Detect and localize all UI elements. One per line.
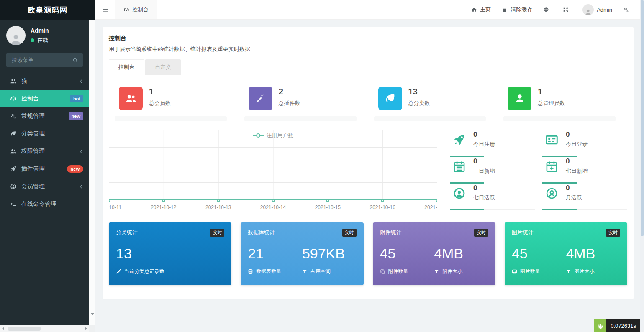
stats-row: 1 总会员数 2 总插件数 [109, 83, 627, 124]
chart-data-point [162, 199, 165, 202]
summary-primary-value: 45 [512, 245, 566, 262]
panel-tab[interactable]: 自定义 [145, 59, 181, 75]
chevron-left-icon [78, 79, 83, 84]
panel-tab[interactable]: 控制台 [109, 59, 144, 75]
menu-search-box [6, 53, 83, 67]
sidebar-item[interactable]: 会员管理 [0, 178, 89, 195]
realtime-badge: 实时 [606, 229, 620, 237]
sidebar-item[interactable]: 在线命令管理 [0, 195, 89, 213]
topbar-action[interactable]: Admin [582, 4, 612, 15]
summary-card-header: 图片统计 实时 [512, 229, 620, 237]
stat-well [244, 116, 357, 121]
tile-value: 0 [473, 157, 495, 166]
filter-icon [302, 269, 308, 274]
sidebar-item[interactable]: 权限管理 [0, 143, 89, 160]
trash-icon [502, 7, 508, 13]
menu-badge: hot [70, 95, 83, 102]
summary-secondary-value: 4MB [434, 245, 488, 262]
sidebar-item-label: 插件管理 [21, 165, 62, 173]
topbar-tab-dashboard[interactable]: 控制台 [115, 0, 157, 19]
x-axis-tick-label: 2021-10-15 [315, 204, 341, 210]
summary-card-labels: 附件数量 附件大小 [380, 268, 488, 275]
realtime-badge: 实时 [474, 229, 488, 237]
sidebar-item[interactable]: 常规管理 new [0, 107, 89, 125]
sidebar-item[interactable]: 分类管理 [0, 125, 89, 143]
exec-time-widget[interactable]: 0.072631s [594, 319, 640, 332]
users-group-icon [119, 87, 143, 110]
x-axis-tick-label: 2021-10-16 [369, 204, 395, 210]
tile-value: 0 [473, 184, 495, 192]
action-label: Admin [597, 7, 612, 13]
home-icon [471, 7, 477, 13]
summary-card-labels: 数据表数量 占用空间 [248, 268, 356, 275]
stat-label: 总会员数 [149, 100, 171, 107]
chart-legend[interactable]: 注册用户数 [253, 132, 294, 139]
dashboard-icon [123, 7, 129, 13]
x-axis-tick-label: 2021-10-13 [205, 204, 231, 210]
panel-tabs: 控制台 自定义 [109, 59, 627, 75]
cogs-icon [10, 113, 17, 120]
user-icon [508, 87, 531, 110]
chevron-left-icon [78, 184, 83, 189]
triangle-right-icon[interactable] [85, 327, 87, 330]
quick-stat-tile: 0 三日新增 [450, 156, 535, 183]
user-name: Admin [31, 27, 49, 34]
sidebar-horizontal-scrollbar[interactable] [0, 325, 89, 332]
topbar-action[interactable] [543, 7, 552, 13]
chart-data-point [217, 199, 220, 202]
summary-secondary-value: 4MB [566, 245, 620, 262]
registrations-chart: 注册用户数 2021-10-112021-10-122021-10-132021… [109, 126, 437, 212]
topbar-action[interactable] [623, 7, 632, 13]
stat-well [374, 116, 486, 121]
calendar-icon [451, 158, 467, 175]
search-icon[interactable] [72, 57, 78, 63]
sidebar-item[interactable]: 猫 [0, 72, 89, 90]
sidebar-item[interactable]: 控制台 hot [0, 90, 89, 107]
topbar-action[interactable] [563, 7, 572, 13]
avatar-icon [582, 4, 594, 15]
language-icon [543, 7, 549, 13]
summary-cards-row: 分类统计 实时 13 当前分类总记录数 [109, 222, 627, 285]
triangle-left-icon[interactable] [2, 327, 4, 330]
stat-value: 1 [538, 87, 565, 97]
bars-icon[interactable] [95, 0, 115, 19]
tile-label: 今日注册 [473, 140, 495, 148]
x-axis-tick-label: 2021-10-17 [424, 204, 437, 210]
exec-time-label: 0.072631s [606, 319, 640, 332]
menu-search-input[interactable] [11, 56, 72, 64]
scrollbar-thumb[interactable] [641, 0, 644, 236]
topbar-actions: 主页 清除缓存 Admin [471, 0, 640, 19]
sidebar-item-label: 控制台 [21, 95, 66, 102]
scrollbar-thumb[interactable] [8, 327, 41, 331]
app-logo[interactable]: 欧皇源码网 [0, 0, 95, 20]
sidebar-item[interactable]: 插件管理 new [0, 160, 89, 178]
pencil-icon [116, 269, 121, 274]
chart-data-point [109, 199, 110, 202]
terminal-icon [10, 201, 17, 207]
chart-x-axis: 2021-10-112021-10-122021-10-132021-10-14… [109, 203, 437, 212]
summary-card: 分类统计 实时 13 当前分类总记录数 [109, 222, 231, 285]
scroll-down-button[interactable] [89, 310, 95, 318]
scrollbar-corner [89, 325, 95, 332]
dashboard-icon [10, 95, 17, 102]
summary-card-title: 数据库统计 [248, 229, 275, 236]
chart-data-point [381, 199, 384, 202]
topbar-action[interactable]: 清除缓存 [502, 6, 532, 13]
sidebar-vertical-scrollbar[interactable] [89, 20, 95, 325]
sidebar-item-label: 猫 [21, 77, 73, 85]
user-circle-icon [451, 185, 467, 202]
label-text: 数据表数量 [256, 268, 281, 275]
user-panel: Admin 在线 [0, 20, 89, 49]
leaf-icon [378, 87, 402, 110]
page-subtitle: 用于展示当前系统中的统计数据、统计报表及重要实时数据 [109, 46, 627, 53]
sidebar-item-label: 常规管理 [21, 112, 64, 120]
tile-value: 0 [566, 130, 588, 139]
page-vertical-scrollbar[interactable] [640, 0, 644, 332]
summary-primary-label: 数据表数量 [248, 268, 302, 275]
topbar-action[interactable]: 主页 [471, 6, 491, 13]
app-root: 欧皇源码网 Admin 在线 猫 [0, 0, 644, 332]
stat-well [115, 116, 227, 121]
summary-card-header: 分类统计 实时 [116, 229, 224, 237]
chart-data-point [272, 199, 275, 202]
x-axis-tick-label: 2021-10-11 [109, 204, 121, 210]
